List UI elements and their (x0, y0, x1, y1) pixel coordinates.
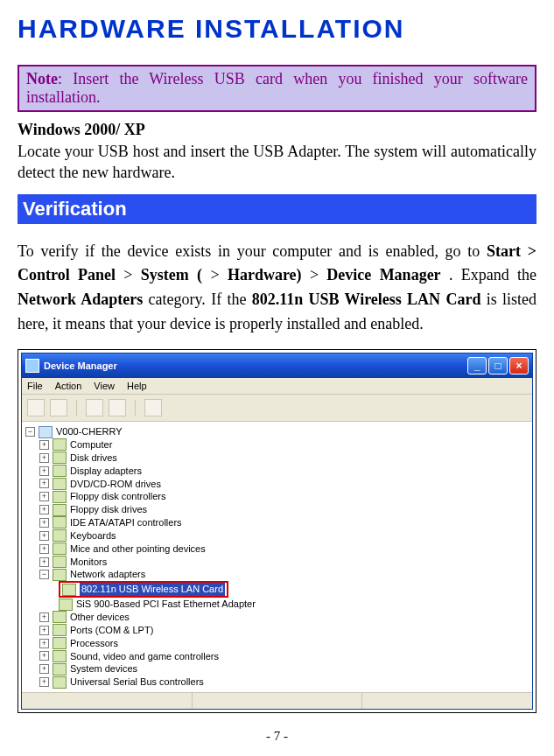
back-button[interactable] (27, 399, 45, 416)
tree-node[interactable]: +Processors (24, 637, 530, 650)
menu-file[interactable]: File (27, 381, 43, 391)
node-icon (53, 676, 67, 689)
menu-action[interactable]: Action (55, 381, 82, 391)
node-icon (53, 478, 67, 490)
tree-node[interactable]: +Monitors (24, 556, 530, 569)
node-label: Computer (70, 438, 112, 452)
selected-adapter-label: 802.11n USB Wireless LAN Card (80, 583, 225, 596)
expand-icon[interactable]: + (39, 531, 49, 541)
expand-icon[interactable]: + (39, 651, 49, 661)
sep: > (123, 266, 140, 284)
status-panel (22, 693, 193, 709)
node-label: Floppy disk drives (70, 503, 147, 516)
tree-node[interactable]: +System devices (24, 662, 530, 676)
note-label: Note (26, 70, 58, 88)
expand-icon[interactable]: + (39, 479, 49, 488)
expand-icon[interactable]: + (39, 639, 49, 648)
expand-icon[interactable]: + (39, 492, 49, 501)
menu-view[interactable]: View (94, 381, 115, 391)
expand-icon[interactable]: + (39, 440, 49, 450)
separator (135, 400, 136, 416)
forward-button[interactable] (50, 399, 67, 416)
node-icon (53, 491, 67, 503)
node-icon (53, 556, 67, 568)
note-box: Note: Insert the Wireless USB card when … (18, 65, 536, 112)
page-title: HARDWARE INSTALLATION (18, 14, 536, 44)
tree-node-network-adapters[interactable]: −Network adapters (24, 568, 530, 581)
titlebar: Device Manager _ □ × (22, 354, 532, 378)
node-icon (53, 438, 67, 451)
expand-icon[interactable]: + (39, 664, 49, 674)
tree-node[interactable]: +IDE ATA/ATAPI controllers (24, 516, 530, 529)
node-label: Display adapters (70, 465, 142, 478)
device-manager-screenshot: Device Manager _ □ × File Action View He… (18, 349, 536, 713)
tree-node[interactable]: +Universal Serial Bus controllers (24, 676, 530, 689)
collapse-icon[interactable]: − (25, 427, 35, 437)
tree-node[interactable]: +Disk drives (24, 452, 530, 465)
toolbar-button[interactable] (144, 399, 162, 416)
minimize-button[interactable]: _ (467, 357, 487, 374)
tree-node[interactable]: +Computer (24, 438, 530, 452)
app-icon (25, 359, 39, 373)
expand-icon[interactable]: + (39, 466, 49, 476)
node-icon (53, 611, 67, 623)
node-icon (53, 624, 67, 636)
tree-view[interactable]: − V000-CHERRY +Computer +Disk drives +Di… (22, 422, 532, 692)
highlight-box: 802.11n USB Wireless LAN Card (59, 581, 228, 598)
verify-intro: To verify if the device exists in your c… (18, 242, 487, 260)
toolbar (22, 395, 532, 422)
node-label: Other devices (70, 611, 130, 624)
tree-node[interactable]: +Display adapters (24, 465, 530, 478)
verify-hardware: Hardware) (228, 266, 302, 284)
collapse-icon[interactable]: − (39, 570, 49, 579)
node-label: Disk drives (70, 452, 117, 465)
tree-node[interactable]: +Floppy disk drives (24, 503, 530, 516)
tree-leaf[interactable]: SiS 900-Based PCI Fast Ethernet Adapter (24, 598, 530, 611)
expand-icon[interactable]: + (39, 626, 49, 635)
tree-node[interactable]: +Ports (COM & LPT) (24, 624, 530, 637)
node-label: Floppy disk controllers (70, 490, 165, 503)
tree-node[interactable]: +DVD/CD-ROM drives (24, 478, 530, 491)
close-button[interactable]: × (509, 357, 529, 374)
device-manager-window: Device Manager _ □ × File Action View He… (21, 353, 533, 710)
verify-card: 802.11n USB Wireless LAN Card (252, 290, 481, 308)
tree-leaf-selected[interactable]: 802.11n USB Wireless LAN Card (24, 581, 530, 598)
note-text: : Insert the Wireless USB card when you … (26, 70, 528, 106)
verification-header: Verification (18, 194, 536, 224)
node-label: Ports (COM & LPT) (70, 624, 153, 637)
toolbar-button[interactable] (109, 399, 126, 416)
tree-root[interactable]: − V000-CHERRY (24, 425, 530, 438)
node-icon (53, 650, 67, 662)
expand-icon[interactable]: + (39, 557, 49, 567)
statusbar (22, 692, 532, 709)
expand-icon[interactable]: + (39, 518, 49, 528)
root-label: V000-CHERRY (56, 425, 123, 438)
adapter-icon (59, 598, 73, 611)
separator (76, 400, 77, 416)
tree-node[interactable]: +Other devices (24, 611, 530, 624)
tree-node[interactable]: +Keyboards (24, 529, 530, 542)
tree-node[interactable]: +Mice and other pointing devices (24, 542, 530, 556)
tree-node[interactable]: +Sound, video and game controllers (24, 650, 530, 663)
expand-icon[interactable]: + (39, 544, 49, 554)
node-icon (53, 516, 67, 528)
expand-icon[interactable]: + (39, 505, 49, 514)
node-icon (53, 569, 67, 581)
window-title: Device Manager (44, 360, 467, 371)
page-number: - 7 - (18, 729, 536, 744)
node-label: DVD/CD-ROM drives (70, 478, 161, 491)
expand-icon[interactable]: + (39, 677, 49, 687)
menu-help[interactable]: Help (127, 381, 147, 391)
expand-icon[interactable]: + (39, 453, 49, 463)
node-label: Mice and other pointing devices (70, 542, 206, 556)
node-label: Network adapters (70, 568, 145, 581)
windows-text: Locate your USB host and insert the USB … (18, 141, 536, 184)
verify-network-adapters: Network Adapters (18, 290, 143, 308)
toolbar-button[interactable] (86, 399, 103, 416)
maximize-button[interactable]: □ (488, 357, 508, 374)
adapter-label: SiS 900-Based PCI Fast Ethernet Adapter (76, 598, 256, 611)
sep: > (210, 266, 227, 284)
expand-icon[interactable]: + (39, 612, 49, 622)
tree-node[interactable]: +Floppy disk controllers (24, 490, 530, 503)
verify-devmgr: Device Manager (326, 266, 440, 284)
